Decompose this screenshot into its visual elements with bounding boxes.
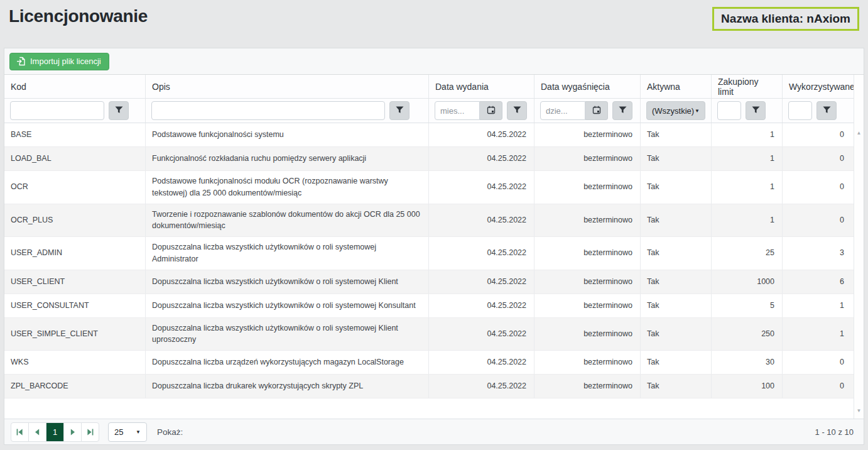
last-page-button[interactable] bbox=[81, 422, 99, 442]
license-grid: Kod Opis Data wydania Data wygaśnięcia A… bbox=[4, 74, 864, 419]
filter-cell-aktywna: (Wszystkie) ▼ bbox=[640, 99, 711, 123]
filter-button-opis[interactable] bbox=[389, 101, 410, 120]
grid-filter-row: (Wszystkie) ▼ bbox=[4, 99, 864, 123]
cell-data-wydania: 04.25.2022 bbox=[428, 204, 534, 237]
cell-zakupiony-limit: 250 bbox=[711, 318, 782, 351]
aktywna-filter-select[interactable]: (Wszystkie) ▼ bbox=[646, 101, 705, 120]
funnel-icon bbox=[823, 106, 831, 116]
next-page-button[interactable] bbox=[63, 422, 82, 442]
filter-button-zakupiony-limit[interactable] bbox=[746, 101, 766, 120]
table-row[interactable]: USER_ADMIN Dopuszczalna liczba wszystkic… bbox=[4, 237, 854, 270]
range-label: 1 - 10 z 10 bbox=[815, 427, 857, 437]
cell-wykorzystywane: 1 bbox=[782, 294, 852, 317]
funnel-icon bbox=[115, 106, 123, 116]
filter-cell-zakupiony-limit bbox=[711, 99, 782, 123]
table-row[interactable]: OCR Podstawowe funkcjonalności modułu OC… bbox=[4, 171, 854, 204]
column-header-aktywna[interactable]: Aktywna bbox=[640, 75, 711, 98]
cell-wykorzystywane: 0 bbox=[782, 204, 852, 237]
column-header-opis[interactable]: Opis bbox=[145, 75, 428, 98]
top-header: Licencjonowanie Nazwa klienta: nAxiom bbox=[0, 0, 868, 48]
cell-aktywna: Tak bbox=[640, 294, 711, 317]
column-header-data-wydania[interactable]: Data wydania bbox=[428, 75, 534, 98]
page-title: Licencjonowanie bbox=[9, 6, 148, 26]
page-size-select[interactable]: 25 ▼ bbox=[108, 422, 147, 442]
column-header-kod[interactable]: Kod bbox=[4, 75, 145, 98]
funnel-icon bbox=[513, 106, 521, 116]
vertical-scrollbar[interactable]: ▲ ▼ bbox=[854, 75, 864, 419]
scroll-up-icon[interactable]: ▲ bbox=[854, 130, 864, 136]
filter-input-opis[interactable] bbox=[151, 101, 385, 120]
table-row[interactable]: USER_CLIENT Dopuszczalna liczba wszystki… bbox=[4, 270, 854, 294]
cell-data-wygasniecia: bezterminowo bbox=[534, 147, 640, 170]
funnel-icon bbox=[396, 106, 404, 116]
calendar-icon bbox=[487, 106, 496, 116]
cell-data-wygasniecia: bezterminowo bbox=[534, 318, 640, 351]
last-page-icon bbox=[87, 429, 94, 436]
cell-wykorzystywane: 6 bbox=[782, 270, 852, 294]
cell-data-wygasniecia: bezterminowo bbox=[534, 351, 640, 374]
cell-opis: Podstawowe funkcjonalności modułu OCR (r… bbox=[145, 171, 428, 204]
cell-aktywna: Tak bbox=[640, 351, 711, 374]
cell-opis: Tworzenie i rozpoznawanie szablonów doku… bbox=[145, 204, 428, 237]
column-header-data-wygasniecia[interactable]: Data wygaśnięcia bbox=[534, 75, 640, 98]
prev-page-button[interactable] bbox=[28, 422, 46, 442]
cell-data-wydania: 04.25.2022 bbox=[428, 294, 534, 317]
client-name-badge: Nazwa klienta: nAxiom bbox=[712, 7, 859, 31]
file-import-icon bbox=[16, 57, 26, 66]
filter-button-wydania[interactable] bbox=[507, 101, 527, 120]
cell-opis: Dopuszczalna liczba drukarek wykorzystuj… bbox=[145, 375, 428, 398]
cell-wykorzystywane: 3 bbox=[782, 237, 852, 270]
filter-button-kod[interactable] bbox=[109, 101, 129, 120]
table-row[interactable]: BASE Podstawowe funkcjonalności systemu … bbox=[4, 123, 854, 147]
filter-cell-opis bbox=[145, 99, 428, 123]
cell-data-wydania: 04.25.2022 bbox=[428, 351, 534, 374]
scroll-down-icon[interactable]: ▼ bbox=[854, 408, 864, 414]
cell-opis: Dopuszczalna liczba wszystkich użytkowni… bbox=[145, 237, 428, 270]
cell-opis: Dopuszczalna liczba wszystkich użytkowni… bbox=[145, 318, 428, 351]
cell-kod: ZPL_BARCODE bbox=[4, 375, 145, 398]
filter-input-kod[interactable] bbox=[10, 101, 104, 120]
cell-zakupiony-limit: 1 bbox=[711, 204, 782, 237]
filter-button-wygasniecia[interactable] bbox=[612, 101, 632, 120]
table-row[interactable]: OCR_PLUS Tworzenie i rozpoznawanie szabl… bbox=[4, 204, 854, 238]
cell-data-wydania: 04.25.2022 bbox=[428, 171, 534, 204]
cell-kod: OCR bbox=[4, 171, 145, 204]
import-license-label: Importuj plik licencji bbox=[30, 57, 101, 66]
cell-aktywna: Tak bbox=[640, 147, 711, 170]
cell-zakupiony-limit: 1 bbox=[711, 123, 782, 146]
cell-zakupiony-limit: 1000 bbox=[711, 270, 782, 294]
calendar-button-wydania[interactable] bbox=[480, 101, 502, 120]
cell-data-wydania: 04.25.2022 bbox=[428, 147, 534, 170]
import-license-button[interactable]: Importuj plik licencji bbox=[9, 53, 109, 70]
filter-cell-wykorzystywane bbox=[782, 99, 854, 123]
filter-input-wykorzystywane[interactable] bbox=[788, 101, 812, 120]
table-row[interactable]: ZPL_BARCODE Dopuszczalna liczba drukarek… bbox=[4, 375, 854, 398]
chevron-down-icon: ▼ bbox=[695, 108, 700, 114]
date-filter-input-wydania[interactable] bbox=[435, 101, 480, 120]
cell-opis: Dopuszczalna liczba urządzeń wykorzystuj… bbox=[145, 351, 428, 374]
cell-zakupiony-limit: 100 bbox=[711, 375, 782, 398]
next-page-icon bbox=[69, 429, 76, 436]
table-row[interactable]: LOAD_BAL Funkcjonalność rozkładania ruch… bbox=[4, 147, 854, 171]
filter-input-zakupiony-limit[interactable] bbox=[717, 101, 741, 120]
filter-cell-kod bbox=[4, 99, 145, 123]
funnel-icon bbox=[752, 106, 760, 116]
cell-wykorzystywane: 1 bbox=[782, 318, 852, 351]
page-1-button[interactable]: 1 bbox=[46, 422, 64, 442]
filter-button-wykorzystywane[interactable] bbox=[816, 101, 837, 120]
column-header-wykorzystywane[interactable]: Wykorzystywane bbox=[782, 75, 854, 98]
cell-wykorzystywane: 0 bbox=[782, 123, 852, 146]
cell-aktywna: Tak bbox=[640, 204, 711, 237]
table-row[interactable]: WKS Dopuszczalna liczba urządzeń wykorzy… bbox=[4, 351, 854, 375]
cell-wykorzystywane: 0 bbox=[782, 351, 852, 374]
table-row[interactable]: USER_SIMPLE_CLIENT Dopuszczalna liczba w… bbox=[4, 318, 854, 351]
date-filter-input-wygasniecia[interactable] bbox=[540, 101, 585, 120]
column-header-zakupiony-limit[interactable]: Zakupiony limit bbox=[711, 75, 782, 98]
calendar-icon bbox=[592, 106, 601, 116]
cell-zakupiony-limit: 1 bbox=[711, 171, 782, 204]
table-row[interactable]: USER_CONSULTANT Dopuszczalna liczba wszy… bbox=[4, 294, 854, 318]
calendar-button-wygasniecia[interactable] bbox=[585, 101, 608, 120]
cell-data-wydania: 04.25.2022 bbox=[428, 375, 534, 398]
cell-data-wydania: 04.25.2022 bbox=[428, 123, 534, 146]
first-page-button[interactable] bbox=[11, 422, 29, 442]
